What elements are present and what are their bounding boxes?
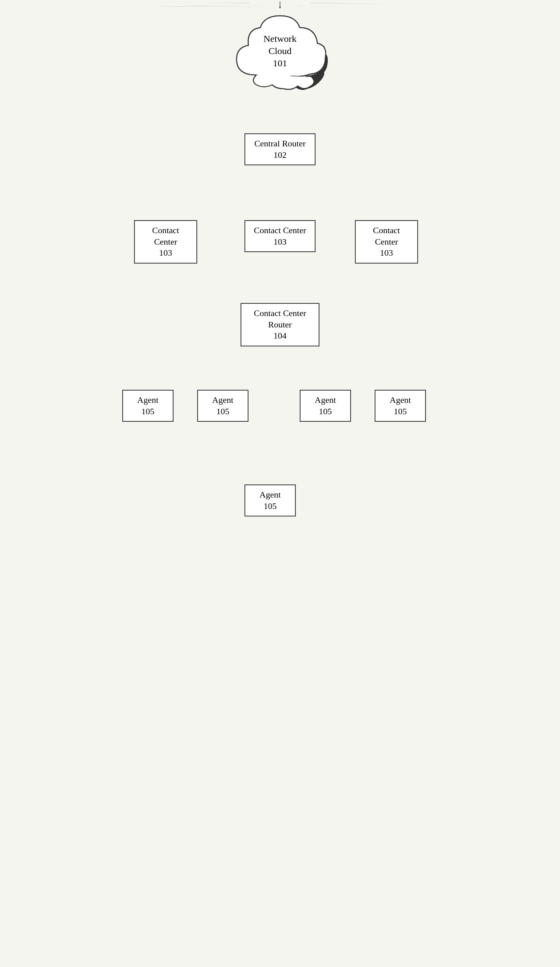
diagram-container: Network Cloud 101 Central Router 102 Con…	[103, 0, 457, 16]
svg-line-1	[175, 3, 249, 4]
cloud-node: Network Cloud 101	[225, 8, 335, 95]
svg-line-8	[315, 6, 402, 6]
contact-center-left-box: Contact Center 103	[134, 220, 197, 264]
agent-center-right-node: Agent 105	[300, 390, 351, 422]
agent-bottom-box: Agent 105	[245, 484, 296, 516]
agent-center-left-node: Agent 105	[197, 390, 248, 422]
svg-line-6	[225, 6, 264, 6]
cloud-shape: Network Cloud 101	[225, 8, 335, 95]
agent-center-left-box: Agent 105	[197, 390, 248, 422]
agent-far-left-node: Agent 105	[122, 390, 174, 422]
cloud-label: Network Cloud 101	[252, 33, 308, 70]
agent-center-right-box: Agent 105	[300, 390, 351, 422]
central-router-box: Central Router 102	[245, 133, 315, 165]
central-router-node: Central Router 102	[245, 133, 315, 165]
svg-line-7	[296, 6, 327, 6]
contact-center-center-node: Contact Center 103	[245, 220, 315, 252]
agent-far-left-box: Agent 105	[122, 390, 174, 422]
svg-line-5	[154, 6, 245, 6]
agent-bottom-node: Agent 105	[245, 484, 296, 516]
svg-line-3	[311, 3, 385, 4]
contact-center-left-node: Contact Center 103	[134, 220, 197, 264]
cc-router-node: Contact Center Router 104	[241, 303, 319, 346]
cc-router-box: Contact Center Router 104	[241, 303, 319, 346]
contact-center-center-box: Contact Center 103	[245, 220, 315, 252]
contact-center-right-box: Contact Center 103	[355, 220, 418, 264]
agent-far-right-node: Agent 105	[375, 390, 426, 422]
contact-center-right-node: Contact Center 103	[355, 220, 418, 264]
agent-far-right-box: Agent 105	[375, 390, 426, 422]
